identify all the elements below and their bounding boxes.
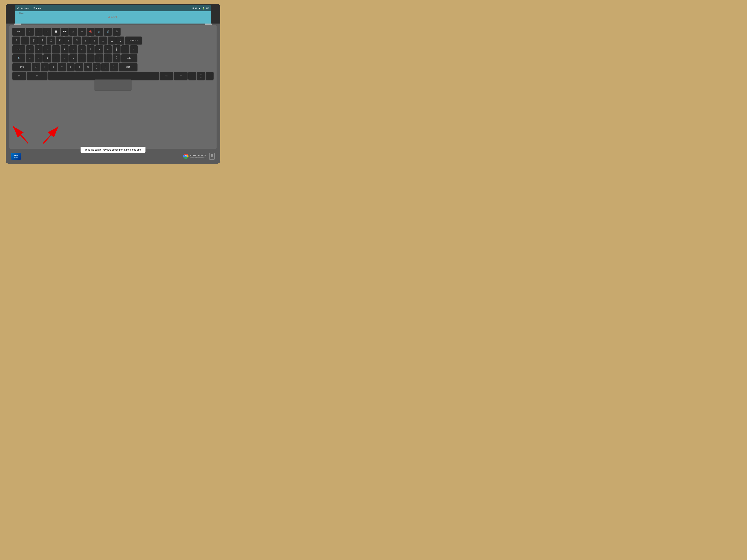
key-bright-down[interactable]: ☼: [69, 28, 77, 35]
key-alt-right[interactable]: alt: [160, 72, 173, 80]
key-vol-up[interactable]: 🔊: [104, 28, 112, 35]
key-1[interactable]: !1: [21, 36, 29, 45]
key-4[interactable]: $4: [47, 36, 55, 45]
back-button[interactable]: ← Back: [17, 12, 24, 14]
apps-label: Apps: [36, 7, 41, 9]
key-d[interactable]: d: [43, 54, 51, 62]
key-z[interactable]: z: [32, 63, 40, 71]
touchpad[interactable]: [94, 79, 132, 91]
key-slash[interactable]: ?/: [110, 63, 118, 71]
key-overview[interactable]: ⬜⬜: [61, 28, 69, 35]
key-9[interactable]: (9: [91, 36, 98, 45]
laptop-body: ⏻ Shut down ⠿ Apps 11:01 ▲ 🔋 US ←: [6, 4, 220, 164]
key-5[interactable]: %5: [56, 36, 63, 45]
key-refresh[interactable]: ↺: [43, 28, 51, 35]
key-a[interactable]: a: [26, 54, 34, 62]
shutdown-label: Shut down: [20, 7, 30, 9]
key-space[interactable]: [48, 72, 159, 80]
key-2[interactable]: @2: [30, 36, 38, 45]
key-forward[interactable]: →: [35, 28, 43, 35]
gen-label: GEN: [210, 157, 213, 159]
taskbar-left: ⏻ Shut down ⠿ Apps: [17, 7, 41, 9]
key-e[interactable]: e: [43, 45, 51, 53]
key-t[interactable]: t: [61, 45, 69, 53]
instruction-text: Press the control key and space bar at t…: [84, 148, 143, 151]
key-g[interactable]: g: [61, 54, 69, 62]
key-tab[interactable]: tab: [12, 45, 25, 53]
taskbar: ⏻ Shut down ⠿ Apps 11:01 ▲ 🔋 US: [15, 5, 211, 11]
intel-badge: intel inside: [11, 153, 21, 160]
back-label: ← Back: [17, 12, 24, 14]
key-power[interactable]: ⏻: [112, 28, 121, 35]
key-mute[interactable]: 🔇: [86, 28, 95, 35]
chrome-logo: [183, 153, 189, 159]
key-alt-left[interactable]: alt: [27, 72, 48, 80]
key-j[interactable]: j: [78, 54, 86, 62]
key-fullscreen[interactable]: ⬜: [52, 28, 60, 35]
asdf-row: 🔍 a s d f g h j k l :; "' enter: [12, 54, 213, 62]
key-8[interactable]: *8: [82, 36, 89, 45]
key-semicolon[interactable]: :;: [104, 54, 112, 62]
key-l[interactable]: l: [95, 54, 103, 62]
power-icon: ⏻: [17, 7, 20, 9]
key-ctrl-right[interactable]: ctrl: [174, 72, 187, 80]
key-arrow-left[interactable]: ←: [188, 72, 196, 80]
key-arrow-right[interactable]: →: [206, 72, 213, 80]
key-v[interactable]: v: [58, 63, 66, 71]
key-7[interactable]: &7: [73, 36, 81, 45]
screen-area: ⏻ Shut down ⠿ Apps 11:01 ▲ 🔋 US ←: [6, 4, 220, 24]
key-q[interactable]: q: [26, 45, 34, 53]
key-period[interactable]: >.: [101, 63, 109, 71]
battery-icon: 🔋: [202, 7, 205, 9]
key-x[interactable]: x: [41, 63, 49, 71]
key-i[interactable]: i: [86, 45, 95, 53]
key-b[interactable]: b: [67, 63, 75, 71]
intel-text: intel: [14, 155, 18, 157]
zxcv-row: shift z x c v b n m <, >. ?/ shift: [12, 63, 213, 71]
svg-point-3: [185, 156, 187, 157]
key-bracket-open[interactable]: {[: [112, 45, 121, 53]
key-n[interactable]: n: [75, 63, 83, 71]
key-minus[interactable]: _—: [108, 36, 115, 45]
key-search[interactable]: 🔍: [12, 54, 25, 62]
key-k[interactable]: k: [86, 54, 95, 62]
key-esc[interactable]: esc: [12, 28, 25, 35]
key-tilde[interactable]: ~`: [12, 36, 20, 45]
key-6[interactable]: ^6: [65, 36, 72, 45]
key-vol-down[interactable]: 🔈: [95, 28, 103, 35]
key-y[interactable]: y: [69, 45, 77, 53]
gen-number: 5: [210, 154, 213, 157]
number-row: ~` !1 @2 #3 $4 %5 ^6 &7 *8 (9 )0 _— += b…: [12, 36, 213, 45]
key-bracket-close[interactable]: }]: [121, 45, 129, 53]
key-ctrl-left[interactable]: ctrl: [12, 72, 26, 80]
key-s[interactable]: s: [35, 54, 43, 62]
taskbar-right: 11:01 ▲ 🔋 US: [192, 7, 209, 9]
key-m[interactable]: m: [84, 63, 92, 71]
key-quote[interactable]: "': [112, 54, 121, 62]
key-p[interactable]: p: [104, 45, 112, 53]
key-enter[interactable]: enter: [121, 54, 137, 62]
apps-button[interactable]: ⠿ Apps: [33, 7, 41, 9]
key-o[interactable]: o: [95, 45, 103, 53]
key-comma[interactable]: <,: [93, 63, 101, 71]
shutdown-button[interactable]: ⏻ Shut down: [17, 7, 30, 9]
key-shift-right[interactable]: shift: [119, 63, 137, 71]
key-w[interactable]: w: [35, 45, 43, 53]
key-3[interactable]: #3: [38, 36, 46, 45]
key-u[interactable]: u: [78, 45, 86, 53]
intel-inside-text: inside: [14, 157, 18, 158]
key-back[interactable]: ←: [26, 28, 34, 35]
key-0[interactable]: )0: [99, 36, 107, 45]
key-backspace[interactable]: backspace: [125, 36, 142, 45]
key-shift-left[interactable]: shift: [12, 63, 31, 71]
key-backslash[interactable]: |\: [130, 45, 138, 53]
key-f[interactable]: f: [52, 54, 60, 62]
instruction-box: Press the control key and space bar at t…: [81, 146, 146, 153]
key-h[interactable]: h: [69, 54, 77, 62]
key-r[interactable]: r: [52, 45, 60, 53]
key-bright-up[interactable]: ☀: [78, 28, 86, 35]
region-label: US: [206, 7, 209, 9]
key-c[interactable]: c: [49, 63, 57, 71]
key-arrow-updown[interactable]: ∧ ∨: [197, 72, 205, 80]
key-equals[interactable]: +=: [117, 36, 124, 45]
